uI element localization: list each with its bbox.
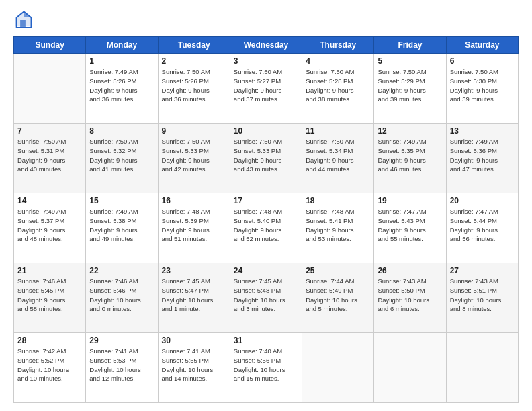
day-number: 8 [89,126,154,136]
calendar-week-row: 28Sunrise: 7:42 AMSunset: 5:52 PMDayligh… [14,333,519,403]
calendar-week-row: 14Sunrise: 7:49 AMSunset: 5:37 PMDayligh… [14,193,519,263]
calendar-cell: 2Sunrise: 7:50 AMSunset: 5:26 PMDaylight… [158,54,230,124]
day-info: Sunrise: 7:44 AMSunset: 5:49 PMDaylight:… [306,277,370,314]
column-header-thursday: Thursday [302,37,374,54]
day-info: Sunrise: 7:47 AMSunset: 5:43 PMDaylight:… [378,207,442,244]
day-info: Sunrise: 7:50 AMSunset: 5:26 PMDaylight:… [162,67,226,104]
day-number: 15 [89,196,154,205]
svg-rect-3 [20,20,26,28]
calendar-table: SundayMondayTuesdayWednesdayThursdayFrid… [13,36,519,403]
day-number: 31 [234,336,298,345]
calendar-page: SundayMondayTuesdayWednesdayThursdayFrid… [0,0,532,411]
day-info: Sunrise: 7:50 AMSunset: 5:33 PMDaylight:… [162,137,226,174]
calendar-cell: 6Sunrise: 7:50 AMSunset: 5:30 PMDaylight… [446,54,518,124]
day-number: 3 [234,56,298,66]
calendar-cell: 5Sunrise: 7:50 AMSunset: 5:29 PMDaylight… [374,54,446,124]
day-info: Sunrise: 7:41 AMSunset: 5:55 PMDaylight:… [162,347,226,383]
calendar-cell: 10Sunrise: 7:50 AMSunset: 5:33 PMDayligh… [230,124,302,193]
day-number: 6 [450,56,515,66]
day-info: Sunrise: 7:40 AMSunset: 5:56 PMDaylight:… [234,347,298,383]
calendar-cell: 13Sunrise: 7:49 AMSunset: 5:36 PMDayligh… [446,124,518,193]
calendar-cell: 22Sunrise: 7:46 AMSunset: 5:46 PMDayligh… [86,263,158,333]
calendar-cell: 16Sunrise: 7:48 AMSunset: 5:39 PMDayligh… [158,193,230,263]
day-number: 27 [450,266,515,275]
calendar-cell: 30Sunrise: 7:41 AMSunset: 5:55 PMDayligh… [158,333,230,403]
calendar-cell: 15Sunrise: 7:49 AMSunset: 5:38 PMDayligh… [86,193,158,263]
day-info: Sunrise: 7:50 AMSunset: 5:27 PMDaylight:… [234,67,298,104]
column-header-sunday: Sunday [14,37,86,54]
day-number: 7 [17,126,82,136]
day-info: Sunrise: 7:50 AMSunset: 5:30 PMDaylight:… [450,67,515,104]
day-number: 9 [162,126,226,136]
day-info: Sunrise: 7:49 AMSunset: 5:36 PMDaylight:… [450,137,515,174]
calendar-cell: 14Sunrise: 7:49 AMSunset: 5:37 PMDayligh… [14,193,86,263]
day-info: Sunrise: 7:48 AMSunset: 5:41 PMDaylight:… [306,207,370,244]
calendar-cell: 28Sunrise: 7:42 AMSunset: 5:52 PMDayligh… [14,333,86,403]
calendar-cell: 21Sunrise: 7:46 AMSunset: 5:45 PMDayligh… [14,263,86,333]
day-number: 11 [306,126,370,136]
calendar-cell: 25Sunrise: 7:44 AMSunset: 5:49 PMDayligh… [302,263,374,333]
day-info: Sunrise: 7:50 AMSunset: 5:32 PMDaylight:… [89,137,154,174]
day-number: 29 [89,336,154,345]
column-header-saturday: Saturday [446,37,518,54]
calendar-header-row: SundayMondayTuesdayWednesdayThursdayFrid… [14,37,519,54]
calendar-cell [14,54,86,124]
day-number: 21 [17,266,82,275]
day-number: 28 [17,336,82,345]
calendar-week-row: 21Sunrise: 7:46 AMSunset: 5:45 PMDayligh… [14,263,519,333]
calendar-cell: 17Sunrise: 7:48 AMSunset: 5:40 PMDayligh… [230,193,302,263]
day-number: 10 [234,126,298,136]
day-number: 2 [162,56,226,66]
day-info: Sunrise: 7:49 AMSunset: 5:26 PMDaylight:… [89,67,154,104]
calendar-cell: 7Sunrise: 7:50 AMSunset: 5:31 PMDaylight… [14,124,86,193]
day-info: Sunrise: 7:49 AMSunset: 5:38 PMDaylight:… [89,207,154,244]
calendar-week-row: 7Sunrise: 7:50 AMSunset: 5:31 PMDaylight… [14,124,519,193]
day-info: Sunrise: 7:48 AMSunset: 5:39 PMDaylight:… [162,207,226,244]
calendar-cell: 23Sunrise: 7:45 AMSunset: 5:47 PMDayligh… [158,263,230,333]
day-info: Sunrise: 7:43 AMSunset: 5:51 PMDaylight:… [450,277,515,314]
day-info: Sunrise: 7:49 AMSunset: 5:37 PMDaylight:… [17,207,82,244]
day-number: 23 [162,266,226,275]
calendar-cell: 20Sunrise: 7:47 AMSunset: 5:44 PMDayligh… [446,193,518,263]
day-number: 5 [378,56,442,66]
calendar-cell: 27Sunrise: 7:43 AMSunset: 5:51 PMDayligh… [446,263,518,333]
day-info: Sunrise: 7:50 AMSunset: 5:29 PMDaylight:… [378,67,442,104]
day-number: 24 [234,266,298,275]
day-info: Sunrise: 7:50 AMSunset: 5:31 PMDaylight:… [17,137,82,174]
column-header-tuesday: Tuesday [158,37,230,54]
day-number: 19 [378,196,442,205]
day-number: 16 [162,196,226,205]
calendar-cell: 12Sunrise: 7:49 AMSunset: 5:35 PMDayligh… [374,124,446,193]
day-number: 17 [234,196,298,205]
day-info: Sunrise: 7:48 AMSunset: 5:40 PMDaylight:… [234,207,298,244]
calendar-cell: 24Sunrise: 7:45 AMSunset: 5:48 PMDayligh… [230,263,302,333]
day-number: 20 [450,196,515,205]
calendar-cell [302,333,374,403]
day-number: 22 [89,266,154,275]
day-number: 30 [162,336,226,345]
day-number: 1 [89,56,154,66]
column-header-wednesday: Wednesday [230,37,302,54]
logo-icon [13,11,32,30]
day-number: 4 [306,56,370,66]
day-info: Sunrise: 7:46 AMSunset: 5:45 PMDaylight:… [17,277,82,314]
header [13,11,519,30]
day-info: Sunrise: 7:46 AMSunset: 5:46 PMDaylight:… [89,277,154,314]
calendar-cell [446,333,518,403]
calendar-cell: 3Sunrise: 7:50 AMSunset: 5:27 PMDaylight… [230,54,302,124]
calendar-cell [374,333,446,403]
calendar-cell: 8Sunrise: 7:50 AMSunset: 5:32 PMDaylight… [86,124,158,193]
day-number: 14 [17,196,82,205]
column-header-friday: Friday [374,37,446,54]
day-number: 13 [450,126,515,136]
day-info: Sunrise: 7:49 AMSunset: 5:35 PMDaylight:… [378,137,442,174]
day-info: Sunrise: 7:47 AMSunset: 5:44 PMDaylight:… [450,207,515,244]
calendar-cell: 1Sunrise: 7:49 AMSunset: 5:26 PMDaylight… [86,54,158,124]
day-info: Sunrise: 7:50 AMSunset: 5:33 PMDaylight:… [234,137,298,174]
day-info: Sunrise: 7:42 AMSunset: 5:52 PMDaylight:… [17,347,82,383]
day-info: Sunrise: 7:43 AMSunset: 5:50 PMDaylight:… [378,277,442,314]
calendar-cell: 11Sunrise: 7:50 AMSunset: 5:34 PMDayligh… [302,124,374,193]
day-number: 26 [378,266,442,275]
calendar-week-row: 1Sunrise: 7:49 AMSunset: 5:26 PMDaylight… [14,54,519,124]
column-header-monday: Monday [86,37,158,54]
